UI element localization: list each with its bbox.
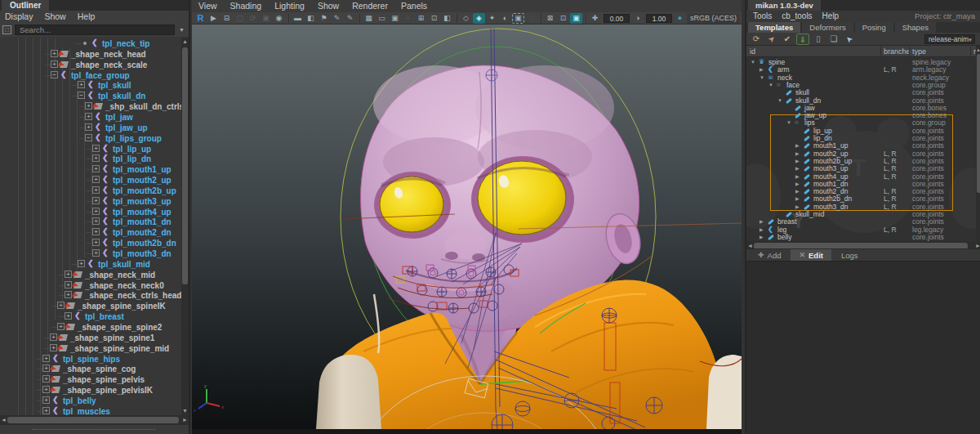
expand-plus-icon[interactable]: + bbox=[92, 186, 100, 194]
expand-plus-icon[interactable]: + bbox=[92, 176, 100, 183]
branch-dropdown[interactable]: release-anim ▼ bbox=[924, 34, 975, 44]
expand-plus-icon[interactable]: + bbox=[92, 249, 100, 257]
exposure-value[interactable]: 0.00 bbox=[604, 14, 630, 23]
expand-plus-icon[interactable]: + bbox=[42, 355, 50, 362]
expand-plus-icon[interactable]: + bbox=[57, 302, 65, 309]
tab-templates[interactable]: Templates bbox=[748, 22, 800, 33]
expand-triangle-icon[interactable]: ▶ bbox=[795, 150, 800, 157]
gamma-icon[interactable]: ◑ bbox=[631, 13, 644, 24]
expand-plus-icon[interactable]: + bbox=[92, 217, 100, 225]
outliner-item-_shape_spine_cog[interactable]: +_shape_spine_cog bbox=[0, 364, 181, 374]
safe-action-icon[interactable]: ⊡ bbox=[428, 13, 440, 24]
bottom-tab-edit[interactable]: ✕Edit bbox=[791, 249, 831, 261]
outliner-item-tpl_muscles[interactable]: +❮tpl_muscles bbox=[0, 406, 181, 415]
expand-plus-icon[interactable]: + bbox=[78, 260, 85, 267]
expand-plus-icon[interactable]: + bbox=[85, 113, 92, 120]
outliner-item-tpl_spine_hips[interactable]: +❮tpl_spine_hips bbox=[0, 354, 181, 365]
outliner-item-_shape_spine_pelvisIK[interactable]: +_shape_spine_pelvisIK bbox=[0, 385, 181, 396]
outliner-vscroll-thumb[interactable] bbox=[182, 47, 188, 284]
expand-plus-icon[interactable]: + bbox=[42, 365, 50, 372]
outliner-item-tpl_mouth2_dn[interactable]: +❮tpl_mouth2_dn bbox=[0, 227, 181, 238]
expand-triangle-icon[interactable]: ▶ bbox=[795, 165, 800, 172]
outliner-vscrollbar[interactable]: ▲ ▼ bbox=[181, 38, 189, 415]
outliner-item-tpl_jaw[interactable]: +❮tpl_jaw bbox=[0, 112, 181, 123]
tab-shapes[interactable]: Shapes bbox=[895, 22, 936, 33]
scroll-up-icon[interactable]: ▲ bbox=[182, 38, 188, 46]
expand-plus-icon[interactable]: + bbox=[50, 333, 57, 341]
template-tree[interactable]: T Y ▼♛spinespine.legacy▶❮armL, Rarm.lega… bbox=[746, 57, 976, 241]
outliner-hscrollbar[interactable]: ◄ ► bbox=[0, 415, 189, 425]
pick-tool-icon[interactable]: ➤ bbox=[840, 30, 858, 47]
grid-icon[interactable]: ▦ bbox=[363, 13, 375, 24]
column-header-id[interactable]: id bbox=[750, 46, 880, 57]
color-management-icon[interactable]: ● bbox=[674, 13, 686, 24]
outliner-menu-help[interactable]: Help bbox=[78, 11, 96, 23]
outliner-item-tpl_belly[interactable]: +❮tpl_belly bbox=[0, 396, 181, 406]
two-pane-icon[interactable]: ⊟ bbox=[220, 13, 233, 24]
search-input[interactable]: Search... bbox=[15, 25, 175, 35]
duplicate-icon[interactable]: ❏ bbox=[827, 34, 840, 45]
mikan-menu-help[interactable]: Help bbox=[822, 11, 840, 22]
mikan-menu-cb_tools[interactable]: cb_tools bbox=[782, 11, 812, 22]
expand-plus-icon[interactable]: + bbox=[92, 165, 100, 172]
field-chart-icon[interactable]: ⊞ bbox=[415, 13, 427, 24]
image-plane-icon[interactable]: ✎ bbox=[331, 13, 343, 24]
gate-mask-icon[interactable]: ▫ bbox=[402, 13, 414, 24]
outliner-item-_shape_spine_spine1[interactable]: +_shape_spine_spine1 bbox=[0, 333, 181, 343]
expand-triangle-icon[interactable]: ▶ bbox=[795, 181, 800, 187]
viewport-menu-view[interactable]: View bbox=[198, 0, 217, 12]
outliner-menu-display[interactable]: Display bbox=[5, 11, 33, 23]
expand-plus-icon[interactable]: + bbox=[42, 386, 50, 393]
expand-triangle-icon[interactable]: ▶ bbox=[795, 173, 800, 180]
mikan-vscroll-thumb[interactable] bbox=[977, 54, 980, 193]
mikan-vscrollbar[interactable]: ▲ bbox=[976, 46, 980, 241]
viewport-menu-shading[interactable]: Shading bbox=[230, 0, 262, 12]
expand-plus-icon[interactable]: + bbox=[65, 281, 72, 289]
gamma-value[interactable]: 1.00 bbox=[646, 14, 672, 23]
outliner-item-tpl_skull_dn[interactable]: −❮tpl_skull_dn bbox=[0, 91, 181, 101]
outliner-item-tpl_lips_group[interactable]: −❮tpl_lips_group bbox=[0, 133, 181, 144]
camera-icon[interactable]: ◉ bbox=[273, 13, 285, 24]
expand-plus-icon[interactable]: + bbox=[65, 271, 72, 278]
column-header-branches[interactable]: branches bbox=[884, 46, 911, 57]
pencil-icon[interactable]: ✎ bbox=[344, 13, 356, 24]
pause-icon[interactable]: ▢ bbox=[234, 13, 246, 24]
bottom-tab-logs[interactable]: Logs bbox=[833, 249, 866, 261]
outliner-item-tpl_face_group[interactable]: −❮tpl_face_group bbox=[0, 70, 181, 81]
collapse-minus-icon[interactable]: − bbox=[85, 134, 92, 141]
expand-plus-icon[interactable]: + bbox=[42, 375, 50, 383]
outliner-item-tpl_breast[interactable]: +❮tpl_breast bbox=[0, 311, 181, 322]
rocket-build-icon[interactable]: ➤ bbox=[763, 30, 780, 47]
tab-posing[interactable]: Posing bbox=[855, 22, 893, 33]
expand-plus-icon[interactable]: + bbox=[65, 291, 72, 298]
outliner-item-tpl_mouth2b_up[interactable]: +❮tpl_mouth2b_up bbox=[0, 186, 181, 196]
safe-title-icon[interactable]: ◧ bbox=[441, 13, 453, 24]
outliner-item-tpl_mouth1_up[interactable]: +❮tpl_mouth1_up bbox=[0, 164, 181, 175]
expand-plus-icon[interactable]: + bbox=[92, 228, 100, 235]
resolution-gate-icon[interactable]: ▣ bbox=[389, 13, 401, 24]
outliner-item-_shape_spine_spineIK[interactable]: +_shape_spine_spineIK bbox=[0, 301, 181, 311]
outliner-item-tpl_mouth3_up[interactable]: +❮tpl_mouth3_up bbox=[0, 196, 181, 207]
expand-triangle-icon[interactable]: ▶ bbox=[795, 188, 800, 195]
expand-plus-icon[interactable]: + bbox=[51, 50, 58, 57]
camera-attrs-icon[interactable]: ◧ bbox=[305, 13, 317, 24]
collapse-triangle-icon[interactable]: ▼ bbox=[760, 74, 764, 81]
scroll-down-icon[interactable]: ▼ bbox=[182, 407, 188, 415]
expand-plus-icon[interactable]: + bbox=[50, 344, 57, 351]
expand-triangle-icon[interactable]: ▶ bbox=[795, 204, 800, 210]
import-template-icon[interactable]: ⇓ bbox=[796, 34, 809, 45]
outliner-item-_shape_neck_mid[interactable]: +_shape_neck_mid bbox=[0, 270, 181, 280]
expand-plus-icon[interactable]: + bbox=[78, 81, 85, 88]
reload-icon[interactable]: ⟳ bbox=[750, 34, 763, 45]
outliner-item-tpl_mouth2b_dn[interactable]: +❮tpl_mouth2b_dn bbox=[0, 238, 181, 248]
expand-plus-icon[interactable]: + bbox=[92, 208, 100, 215]
expand-plus-icon[interactable]: + bbox=[92, 145, 100, 152]
outliner-item-_shape_spine_spine2[interactable]: +_shape_spine_spine2 bbox=[0, 322, 181, 333]
outliner-item-tpl_jaw_up[interactable]: +❮tpl_jaw_up bbox=[0, 123, 181, 133]
outliner-item-tpl_mouth4_up[interactable]: +❮tpl_mouth4_up bbox=[0, 207, 181, 217]
snapshot-icon[interactable]: ▣ bbox=[260, 13, 272, 24]
apply-check-icon[interactable]: ✔ bbox=[781, 34, 794, 45]
expand-plus-icon[interactable]: + bbox=[57, 323, 65, 330]
bookmark-icon[interactable]: ⚑ bbox=[318, 13, 330, 24]
column-header-type[interactable]: type bbox=[912, 46, 972, 57]
